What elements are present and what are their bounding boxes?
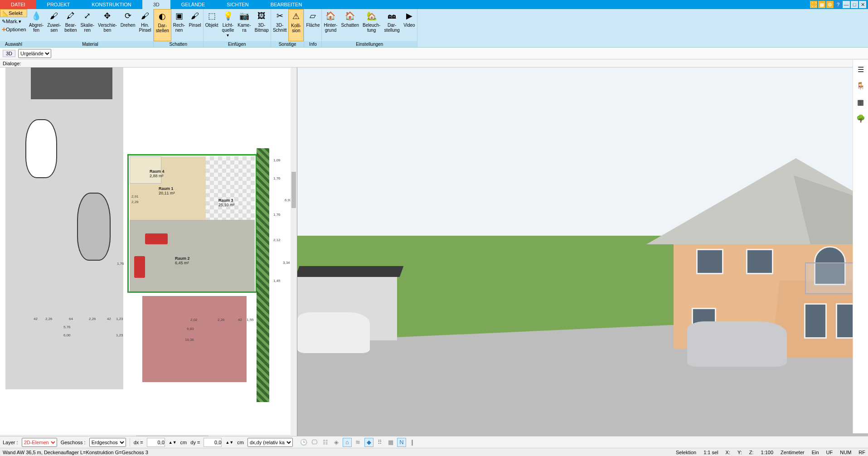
label-room3: Raum 325,10 m² [218,198,235,207]
auswahl-group-label: Auswahl [0,41,27,47]
close-icon[interactable]: ✕ [859,1,866,8]
dim-176c: 1,76 [273,213,281,217]
minimize-icon[interactable]: — [843,1,850,8]
tab-sichten[interactable]: SICHTEN [216,0,259,9]
hinpinsel-button[interactable]: 🖌Hin. Pinsel [137,9,153,41]
layer-dropdown[interactable]: 2D-Elemen [22,438,57,447]
tab-projekt[interactable]: PROJEKT [36,0,81,9]
schatten-einst-button[interactable]: 🏠Schatten [339,9,360,41]
dim-123b: 1,23 [116,333,123,337]
kamera-button[interactable]: 📷Kame- ra [236,9,252,41]
diamond-icon[interactable]: ◈ [332,438,341,447]
tab-gelaende[interactable]: GELÄNDE [170,0,216,9]
settings-icon[interactable]: ⚙ [826,1,834,8]
main-tab-bar: DATEI PROJEKT KONSTRUKTION 3D GELÄNDE SI… [0,0,868,9]
help-icon[interactable]: ? [834,1,842,8]
video-icon: ▶ [404,11,415,22]
dx-unit: cm [180,440,187,445]
layers2-icon[interactable]: ≋ [354,438,363,447]
skalieren-button[interactable]: ⤢Skalie- ren [79,9,97,41]
lichtquelle-button[interactable]: 💡Licht- quelle ▾ [220,9,236,41]
light-icon: 💡 [223,11,233,22]
n-toggle[interactable]: N [397,438,406,447]
einfuegen-group-label: Einfügen [204,41,271,47]
dx-label: dx = [134,440,143,445]
fullscreen-icon[interactable]: ⛶ [810,1,817,8]
schatten-pinsel-button[interactable]: 🖌Pinsel [187,9,203,41]
dim-145: 1,45 [273,279,281,283]
dim-42c: 42 [238,318,242,322]
label-room1: Raum 120,11 m² [159,186,175,195]
sofa-1 [145,233,168,244]
caret-icon[interactable]: ❙ [408,438,417,447]
view-2d[interactable]: Raum 42,88 m² Raum 120,11 m² Raum 325,10… [0,68,297,441]
selekt-button[interactable]: 📐 Selekt [0,9,27,17]
darstellung-button[interactable]: 🏘Dar- stellung [382,9,401,41]
mark-button[interactable]: ✎ Mark. ▾ [0,17,27,25]
section-icon: ✂ [274,11,285,22]
bitmap-icon: 🖼 [256,11,267,22]
tab-bearbeiten[interactable]: BEARBEITEN [260,0,313,9]
screen-icon[interactable]: 🖵 [310,438,319,447]
clock-icon[interactable]: 🕒 [299,438,308,447]
dim-334: 3,34 [283,261,290,265]
garage-roof-3d [297,266,403,277]
house-nav-icon[interactable]: ⌂ [343,438,352,447]
bearbeiten-button[interactable]: 🖍Bear- beiten [63,9,78,41]
tab-konstruktion[interactable]: KONSTRUKTION [81,0,142,9]
car-plan-2 [77,193,111,261]
status-scale: 1:100 [761,450,774,455]
shadow-brush-icon: 🖌 [189,11,200,22]
zuweisen-button[interactable]: 🖌Zuwei- sen [45,9,63,41]
optionen-button[interactable]: ✚ Optionen [0,25,27,34]
tile-icon[interactable]: ▦ [818,1,825,8]
ribbon-group-material: 💧Abgrei- fen 🖌Zuwei- sen 🖍Bear- beiten ⤢… [27,9,154,47]
workspace: Raum 42,88 m² Raum 120,11 m² Raum 325,10… [0,68,868,441]
hintergrund-button[interactable]: 🏠Hinter- grund [322,9,339,41]
assign-icon: 🖌 [48,11,59,22]
dim-226a: 2,26 [45,317,53,321]
relativ-dropdown[interactable]: dx,dy (relativ ka [247,438,293,447]
dim-42a: 42 [34,317,38,321]
status-left: Wand AW 36,5 m, Deckenauflager L=Konstru… [3,450,148,455]
objekt-button[interactable]: ⬚Objekt [204,9,220,41]
beleuchtung-button[interactable]: 🏡Beleuch- tung [361,9,382,41]
dx-input[interactable] [147,438,165,447]
abgreifen-button[interactable]: 💧Abgrei- fen [27,9,45,41]
dim-212: 2,12 [273,238,281,242]
bitmap-button[interactable]: 🖼3D- Bitmap [253,9,271,41]
furniture-icon[interactable]: 🪑 [856,81,866,91]
dim-176a: 1,76 [117,262,124,266]
flaeche-button[interactable]: ▱Fläche [304,9,321,41]
status-y: Y: [737,450,742,455]
car-plan-1 [25,119,57,178]
view-3d[interactable] [297,68,868,441]
tree-icon[interactable]: 🌳 [856,113,866,123]
layers-icon[interactable]: ☰ [856,64,866,74]
video-button[interactable]: ▶Video [402,9,417,41]
label-room4: Raum 42,88 m² [150,169,165,178]
schnitt-button[interactable]: ✂3D- Schnitt [271,9,289,41]
schatten-darstellen-button[interactable]: ◐Dar- stellen [154,9,171,41]
shadow-calc-icon: ▣ [174,11,184,22]
status-sel-value: 1:1 sel [703,450,718,455]
palette-icon[interactable]: ▦ [856,97,866,107]
geschoss-dropdown[interactable]: Erdgeschos [89,438,126,447]
tab-datei[interactable]: DATEI [0,0,36,9]
dy-input[interactable] [204,438,222,447]
stack-icon[interactable]: ☷ [321,438,330,447]
verschieben-button[interactable]: ✥Verschie- ben [96,9,119,41]
drehen-button[interactable]: ⟳Drehen [119,9,137,41]
layer-select[interactable]: Urgelände [18,49,51,58]
side-panel: ☰ 🪑 ▦ 🌳 [853,60,868,433]
tab-3d[interactable]: 3D [142,0,170,9]
grid-dots-icon[interactable]: ⠿ [375,438,384,447]
dim-64: 64 [69,317,73,321]
cube-icon[interactable]: ◆ [364,438,373,447]
maximize-icon[interactable]: □ [851,1,858,8]
vscrollbar-2d[interactable] [291,68,297,435]
schatten-rechnen-button[interactable]: ▣Rech- nen [171,9,187,41]
grid-icon[interactable]: ▦ [386,438,395,447]
ribbon-group-einstellungen: 🏠Hinter- grund 🏠Schatten 🏡Beleuch- tung … [322,9,417,47]
kollision-button[interactable]: ⚠Kolli- sion [288,9,304,41]
